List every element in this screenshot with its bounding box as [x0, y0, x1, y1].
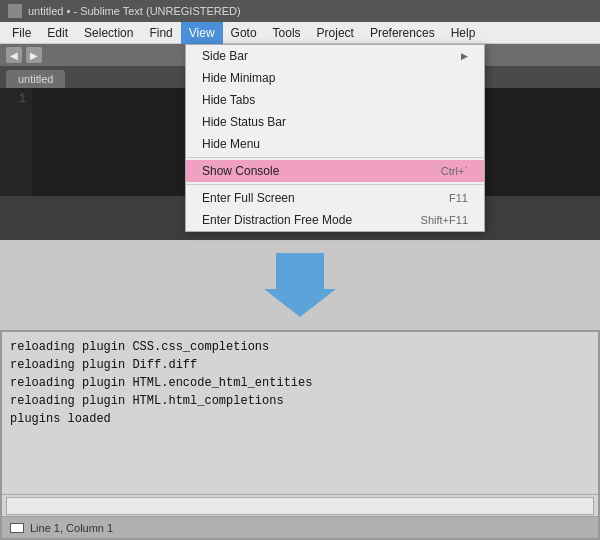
- menu-tools[interactable]: Tools: [265, 22, 309, 44]
- prev-button[interactable]: ◀: [6, 47, 22, 63]
- line-numbers: 1: [0, 88, 32, 196]
- console-line-4: reloading plugin HTML.html_completions: [10, 392, 590, 410]
- menu-project[interactable]: Project: [309, 22, 362, 44]
- console-line-2: reloading plugin Diff.diff: [10, 356, 590, 374]
- menu-goto[interactable]: Goto: [223, 22, 265, 44]
- app-icon: [8, 4, 22, 18]
- title-bar: untitled • - Sublime Text (UNREGISTERED): [0, 0, 600, 22]
- menu-edit[interactable]: Edit: [39, 22, 76, 44]
- menu-item-tabs[interactable]: Hide Tabs: [186, 89, 484, 111]
- status-file-icon: [10, 523, 24, 533]
- down-arrow: [264, 253, 336, 317]
- menu-item-statusbar[interactable]: Hide Status Bar: [186, 111, 484, 133]
- menu-selection[interactable]: Selection: [76, 22, 141, 44]
- menu-file[interactable]: File: [4, 22, 39, 44]
- console-line-5: plugins loaded: [10, 410, 590, 428]
- menu-bar: File Edit Selection Find View Goto Tools…: [0, 22, 600, 44]
- menu-find[interactable]: Find: [141, 22, 180, 44]
- console-line-3: reloading plugin HTML.encode_html_entiti…: [10, 374, 590, 392]
- separator-2: [186, 184, 484, 185]
- menu-item-minimap[interactable]: Hide Minimap: [186, 67, 484, 89]
- next-button[interactable]: ▶: [26, 47, 42, 63]
- console-line-1: reloading plugin CSS.css_completions: [10, 338, 590, 356]
- console-section: reloading plugin CSS.css_completions rel…: [0, 330, 600, 540]
- arrow-head: [264, 289, 336, 317]
- menu-view[interactable]: View: [181, 22, 223, 44]
- arrow-section: [0, 240, 600, 330]
- separator-1: [186, 157, 484, 158]
- console-input-row: [2, 494, 598, 516]
- console-output: reloading plugin CSS.css_completions rel…: [2, 332, 598, 494]
- menu-item-fullscreen[interactable]: Enter Full Screen F11: [186, 187, 484, 209]
- sublime-window: untitled • - Sublime Text (UNREGISTERED)…: [0, 0, 600, 240]
- status-bar: Line 1, Column 1: [2, 516, 598, 538]
- arrow-body: [276, 253, 324, 289]
- menu-item-hidemenu[interactable]: Hide Menu: [186, 133, 484, 155]
- menu-item-distraction[interactable]: Enter Distraction Free Mode Shift+F11: [186, 209, 484, 231]
- menu-help[interactable]: Help: [443, 22, 484, 44]
- menu-item-sidebar[interactable]: Side Bar: [186, 45, 484, 67]
- view-dropdown-menu: Side Bar Hide Minimap Hide Tabs Hide Sta…: [185, 44, 485, 232]
- tab-untitled[interactable]: untitled: [6, 70, 65, 88]
- menu-item-console[interactable]: Show Console Ctrl+`: [186, 160, 484, 182]
- console-input[interactable]: [6, 497, 594, 515]
- menu-preferences[interactable]: Preferences: [362, 22, 443, 44]
- window-title: untitled • - Sublime Text (UNREGISTERED): [28, 5, 241, 17]
- status-position: Line 1, Column 1: [30, 522, 113, 534]
